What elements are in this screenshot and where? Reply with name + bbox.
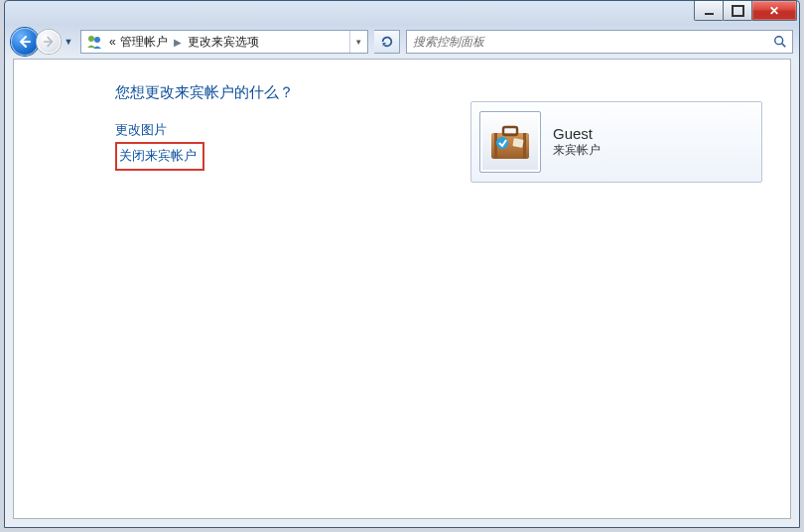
recent-pages-dropdown[interactable]: ▼ (63, 28, 74, 56)
svg-rect-6 (503, 127, 517, 135)
search-box[interactable] (406, 30, 793, 54)
address-bar[interactable]: « 管理帐户 ▶ 更改来宾选项 ▾ (80, 30, 368, 54)
account-text: Guest 来宾帐户 (553, 125, 601, 159)
search-icon[interactable] (772, 35, 788, 49)
close-button[interactable] (751, 1, 797, 21)
forward-button[interactable] (37, 30, 61, 54)
client-area: 您想更改来宾帐户的什么？ 更改图片 关闭来宾帐户 (13, 59, 791, 519)
arrow-right-icon (43, 36, 55, 48)
minimize-button[interactable] (694, 1, 724, 21)
breadcrumb-prefix: « (107, 35, 118, 49)
address-history-dropdown[interactable]: ▾ (349, 31, 367, 53)
maximize-button[interactable] (723, 1, 752, 21)
search-input[interactable] (413, 35, 772, 49)
breadcrumb-seg-change-guest[interactable]: 更改来宾选项 (186, 34, 261, 51)
navigation-row: ▼ « 管理帐户 ▶ 更改来宾选项 ▾ (11, 27, 793, 57)
breadcrumb-separator-icon: ▶ (174, 37, 182, 48)
content-pane: 您想更改来宾帐户的什么？ 更改图片 关闭来宾帐户 (14, 60, 790, 518)
nav-buttons: ▼ (11, 27, 74, 57)
suitcase-icon (485, 117, 535, 167)
link-turn-off-guest[interactable]: 关闭来宾帐户 (119, 144, 197, 168)
svg-point-1 (94, 37, 100, 43)
svg-rect-8 (523, 133, 526, 159)
svg-point-0 (88, 36, 94, 42)
account-type: 来宾帐户 (553, 142, 601, 159)
page-heading: 您想更改来宾帐户的什么？ (115, 83, 766, 102)
svg-point-2 (775, 37, 783, 45)
account-tile-guest[interactable]: Guest 来宾帐户 (470, 101, 762, 183)
caption-buttons (695, 1, 797, 21)
annotation-highlight: 关闭来宾帐户 (115, 142, 204, 171)
user-accounts-icon (85, 33, 103, 51)
explorer-window: ▼ « 管理帐户 ▶ 更改来宾选项 ▾ (4, 0, 800, 528)
refresh-button[interactable] (374, 30, 400, 54)
arrow-left-icon (18, 35, 32, 49)
svg-rect-10 (512, 138, 523, 148)
back-button[interactable] (11, 28, 39, 56)
svg-rect-7 (494, 133, 497, 159)
account-picture (479, 111, 541, 173)
svg-line-3 (782, 44, 786, 48)
breadcrumb-seg-manage-accounts[interactable]: 管理帐户 (118, 34, 170, 51)
refresh-icon (380, 35, 394, 49)
account-name: Guest (553, 125, 601, 142)
